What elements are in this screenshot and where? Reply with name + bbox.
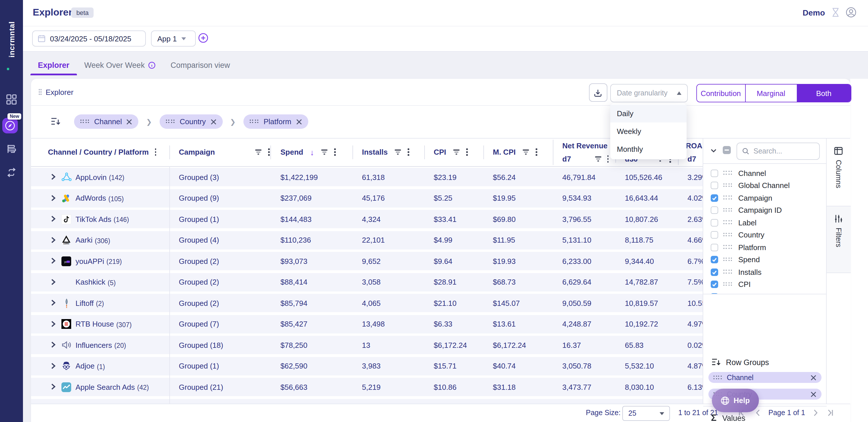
- filter-icon[interactable]: [395, 149, 401, 154]
- granularity-option-weekly[interactable]: Weekly: [610, 122, 686, 140]
- mode-button-marginal[interactable]: Marginal: [745, 85, 797, 102]
- kebab-menu-icon[interactable]: [268, 148, 270, 156]
- mode-button-both[interactable]: Both: [797, 85, 850, 102]
- kebab-menu-icon[interactable]: [155, 148, 156, 156]
- drag-grip-icon[interactable]: [723, 171, 733, 175]
- column-header-mcpi[interactable]: M. CPI: [493, 138, 537, 166]
- table-row-apple-search-ads[interactable]: Apple Search Ads(42)Grouped (21)$56,6635…: [31, 378, 702, 396]
- checkbox-unchecked[interactable]: [710, 206, 718, 214]
- table-row-applovin[interactable]: AppLovin(142)Grouped (3)$1,422,19961,318…: [31, 168, 702, 186]
- account-name[interactable]: Demo: [803, 8, 825, 17]
- table-row-liftoff[interactable]: Liftoff(2)Grouped (2)$85,7944,065$21.10$…: [31, 294, 702, 312]
- column-group-roas[interactable]: ROAS: [686, 139, 702, 152]
- tab-week-over-week[interactable]: Week Over Week: [77, 55, 163, 75]
- grouping-chip-channel[interactable]: Channel: [74, 114, 138, 129]
- column-group-net-revenue[interactable]: Net Revenue: [562, 139, 608, 152]
- column-item-country[interactable]: Country: [703, 228, 826, 241]
- column-header-roas-d7[interactable]: d7: [687, 152, 696, 166]
- expand-row-icon[interactable]: [50, 174, 56, 180]
- expand-row-icon[interactable]: [50, 341, 56, 348]
- select-all-checkbox-indeterminate[interactable]: [722, 146, 731, 154]
- remove-icon[interactable]: [810, 374, 816, 380]
- remove-icon[interactable]: [210, 119, 216, 124]
- expand-row-icon[interactable]: [50, 236, 56, 243]
- kebab-menu-icon[interactable]: [466, 148, 468, 156]
- expand-row-icon[interactable]: [50, 320, 56, 327]
- date-range-picker[interactable]: 03/24/2025 - 05/18/2025: [32, 30, 146, 47]
- kebab-menu-icon[interactable]: [536, 148, 537, 156]
- filter-icon[interactable]: [321, 149, 327, 154]
- expand-row-icon[interactable]: [50, 279, 56, 285]
- expand-row-icon[interactable]: [50, 195, 56, 201]
- remove-icon[interactable]: [296, 119, 302, 124]
- info-icon[interactable]: [148, 61, 156, 69]
- drag-grip-icon[interactable]: [713, 375, 722, 379]
- page-size-select[interactable]: 25: [622, 406, 670, 421]
- download-button[interactable]: [589, 83, 607, 102]
- checkbox-checked[interactable]: [710, 194, 718, 201]
- table-row-aarki[interactable]: AARKIAarki(306)Grouped (4)$110,23622,101…: [31, 231, 702, 249]
- dashboard-grid-icon[interactable]: [6, 94, 17, 105]
- checkbox-checked[interactable]: [710, 256, 718, 263]
- checkbox-unchecked[interactable]: [710, 182, 718, 189]
- integrations-swap-icon[interactable]: [6, 167, 17, 178]
- drag-grip-icon[interactable]: [723, 270, 733, 274]
- sort-desc-icon[interactable]: ↓: [310, 148, 314, 156]
- checkbox-checked[interactable]: [710, 268, 718, 276]
- mode-button-contribution[interactable]: Contribution: [696, 85, 745, 102]
- column-header-campaign[interactable]: Campaign: [179, 138, 270, 166]
- add-circle-icon[interactable]: [198, 33, 208, 43]
- drag-grip-icon[interactable]: [249, 120, 259, 124]
- last-page-button[interactable]: [826, 404, 834, 421]
- column-item-spend[interactable]: Spend: [703, 253, 826, 266]
- expand-row-icon[interactable]: [50, 258, 56, 264]
- hourglass-icon[interactable]: [831, 7, 840, 17]
- drag-grip-icon[interactable]: [723, 245, 733, 250]
- table-row-rtb-house[interactable]: RTB House(307)Grouped (7)$85,42713,498$6…: [31, 315, 702, 333]
- next-page-button[interactable]: [811, 404, 819, 421]
- filter-icon[interactable]: [522, 149, 529, 154]
- table-row-adwords[interactable]: AdWords(105)Grouped (9)$237,06945,176$5.…: [31, 189, 702, 207]
- expand-row-icon[interactable]: [50, 216, 56, 222]
- rail-tab-filters[interactable]: Filters: [826, 206, 850, 273]
- column-item-campaign[interactable]: Campaign: [703, 192, 826, 204]
- drag-grip-icon[interactable]: [723, 196, 733, 200]
- column-item-partial[interactable]: [703, 290, 826, 294]
- drag-grip-icon[interactable]: [723, 258, 733, 262]
- table-row-youappi[interactable]: youyouAPPi(219)Grouped (2)$93,0739,652$9…: [31, 252, 702, 270]
- column-item-installs[interactable]: Installs: [703, 265, 826, 278]
- column-item-channel[interactable]: Channel: [703, 167, 826, 179]
- table-row-influencers[interactable]: Influencers(20)Grouped (18)$78,25013$6,1…: [31, 336, 702, 354]
- drag-handle-icon[interactable]: [38, 88, 42, 95]
- column-item-cpi[interactable]: CPI: [703, 278, 826, 291]
- tab-explorer[interactable]: Explorer: [30, 55, 77, 75]
- drag-grip-icon[interactable]: [723, 233, 733, 237]
- column-item-label[interactable]: Label: [703, 216, 826, 229]
- filter-icon[interactable]: [255, 149, 261, 154]
- checkbox-unchecked[interactable]: [710, 219, 718, 226]
- kebab-menu-icon[interactable]: [408, 148, 410, 156]
- expand-row-icon[interactable]: [50, 363, 56, 369]
- user-avatar-icon[interactable]: [846, 7, 857, 18]
- remove-icon[interactable]: [810, 391, 816, 397]
- column-item-campaign-id[interactable]: Campaign ID: [703, 204, 826, 217]
- date-granularity-select[interactable]: Date granularity: [610, 84, 687, 102]
- table-row-kashkick[interactable]: Kashkick(5)Grouped (2)$88,4143,058$28.91…: [31, 273, 702, 291]
- drag-grip-icon[interactable]: [723, 184, 733, 188]
- columns-search-input[interactable]: [752, 147, 812, 156]
- column-header-tree[interactable]: Channel / Country / Platform: [48, 138, 149, 166]
- checkbox-checked[interactable]: [710, 281, 718, 288]
- grouping-chip-platform[interactable]: Platform: [243, 114, 308, 129]
- rail-tab-columns[interactable]: Columns: [826, 139, 850, 206]
- checkbox-unchecked[interactable]: [710, 169, 718, 177]
- report-bars-icon[interactable]: [6, 144, 17, 154]
- column-header-cpi[interactable]: CPI: [434, 138, 468, 166]
- drag-grip-icon[interactable]: [723, 221, 733, 225]
- drag-grip-icon[interactable]: [166, 120, 175, 124]
- checkbox-unchecked[interactable]: [710, 244, 718, 251]
- kebab-menu-icon[interactable]: [334, 148, 336, 156]
- grouping-chip-country[interactable]: Country: [159, 114, 222, 129]
- column-header-nr-d7[interactable]: d7: [562, 152, 609, 166]
- expand-all-chevron-icon[interactable]: [710, 147, 717, 154]
- remove-icon[interactable]: [127, 119, 132, 124]
